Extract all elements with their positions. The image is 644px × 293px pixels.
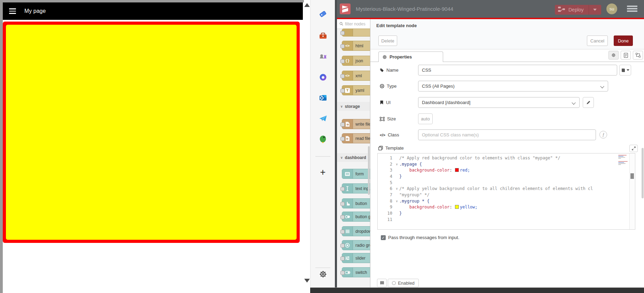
user-avatar[interactable]: su: [606, 3, 617, 14]
outlook-icon[interactable]: [318, 93, 328, 103]
edit-properties-button[interactable]: [608, 51, 619, 60]
code-line: 2∨.mypage {: [378, 161, 612, 167]
palette-node-html[interactable]: <>html: [342, 41, 370, 51]
deploy-options-caret[interactable]: [589, 5, 600, 15]
node-label: button: [355, 201, 367, 206]
menu-icon[interactable]: [9, 8, 16, 14]
fold-chevron-icon[interactable]: ∨: [394, 163, 399, 166]
settings-gear-icon[interactable]: [319, 270, 327, 280]
palette-node-radio group[interactable]: radio group: [342, 240, 370, 250]
cancel-button[interactable]: Cancel: [587, 35, 608, 46]
search-icon: [339, 22, 343, 26]
class-field-label: </> Class: [380, 129, 399, 140]
chevron-down-icon: ∨: [340, 105, 343, 108]
gear-icon: [382, 55, 387, 60]
library-button[interactable]: [377, 279, 387, 287]
ui-select-value: Dashboard [/dashboard]: [422, 100, 470, 105]
sidebar-divider: [315, 156, 330, 157]
code-line: 6∨/* Apply yellow background color to al…: [378, 185, 612, 192]
palette-node-partial[interactable]: [342, 29, 370, 37]
ui-select[interactable]: Dashboard [/dashboard]: [418, 97, 580, 108]
palette-node-read file[interactable]: read file: [342, 133, 370, 143]
delete-button[interactable]: Delete: [378, 35, 397, 46]
editor-scrollbar[interactable]: [629, 153, 635, 229]
appearance-button[interactable]: [633, 51, 643, 60]
copy-icon: [378, 146, 383, 150]
node-input-port: [340, 244, 345, 248]
node-input-port: [340, 215, 345, 219]
node-input-port: [340, 256, 345, 261]
class-picker-button[interactable]: ƒ: [599, 131, 607, 138]
fold-chevron-icon[interactable]: ∨: [394, 187, 399, 190]
edit-ui-button[interactable]: [583, 97, 594, 108]
scroll-down-arrow-icon[interactable]: [304, 279, 310, 283]
palette-node-text input[interactable]: text input: [342, 183, 370, 193]
palette-scrollbar[interactable]: [368, 146, 370, 195]
color-swatch: [455, 205, 459, 209]
node-label: xml: [355, 73, 362, 78]
palette-node-button group[interactable]: button group: [342, 212, 370, 222]
palette-section-storage[interactable]: ∨storage: [337, 102, 370, 111]
scroll-up-arrow-icon[interactable]: [304, 3, 310, 7]
tray-tabs: Properties: [370, 49, 644, 62]
code-line: 10}: [378, 210, 612, 216]
ui-field-label: UI: [380, 97, 391, 108]
node-label: button group: [355, 214, 370, 219]
node-input-port: [340, 230, 345, 234]
pass-through-row: ✓ Pass through messages from input.: [381, 235, 460, 240]
description-button[interactable]: [621, 51, 631, 60]
size-button[interactable]: auto: [418, 113, 433, 124]
palette-node-xml[interactable]: <>xml: [342, 71, 370, 81]
palette-node-form[interactable]: form: [342, 169, 370, 179]
palette-section-dashboard[interactable]: ∨dashboard: [337, 153, 370, 162]
telegram-icon[interactable]: [318, 113, 328, 123]
tray-title: Edit template node: [376, 19, 644, 32]
color-swatch: [455, 168, 459, 172]
palette-node-button[interactable]: button: [342, 198, 370, 208]
m365-icon[interactable]: [318, 72, 328, 82]
palette-node-switch[interactable]: switch: [342, 267, 370, 277]
node-input-port: [340, 202, 345, 206]
fold-chevron-icon[interactable]: ∨: [394, 199, 399, 203]
type-select[interactable]: CSS (All Pages): [418, 81, 608, 92]
add-icon[interactable]: +: [320, 168, 326, 177]
bottom-window-edge: [310, 287, 644, 293]
palette-node-write file[interactable]: write file: [342, 119, 370, 129]
tray-titlebar: Edit template node: [370, 19, 644, 33]
bookmark-icon: [380, 100, 384, 105]
toolbox-icon[interactable]: [318, 31, 328, 41]
palette-node-dropdown[interactable]: dropdown: [342, 226, 370, 236]
tag-icon[interactable]: [318, 9, 328, 19]
tab-properties[interactable]: Properties: [378, 52, 443, 62]
palette-node-slider[interactable]: slider: [342, 253, 370, 263]
expand-editor-button[interactable]: [629, 145, 638, 152]
chevron-down-icon: ∨: [340, 156, 343, 159]
done-button[interactable]: Done: [614, 35, 633, 46]
parrot-icon[interactable]: [318, 134, 328, 144]
code-line: 4}: [378, 173, 612, 180]
node-input-port: [340, 271, 345, 275]
palette-node-json[interactable]: {}json: [342, 56, 370, 66]
enabled-toggle-button[interactable]: Enabled: [388, 279, 419, 287]
pass-through-checkbox[interactable]: ✓: [381, 235, 386, 240]
chevron-down-icon: [572, 101, 575, 104]
deploy-button[interactable]: Deploy: [555, 5, 601, 15]
main-menu-icon[interactable]: [627, 6, 637, 12]
palette-node-yaml[interactable]: Yyaml: [342, 85, 370, 95]
editor-minimap[interactable]: [618, 153, 629, 229]
tag-icon: [380, 68, 384, 72]
pass-through-label: Pass through messages from input.: [388, 235, 460, 240]
chess-icon[interactable]: [318, 51, 328, 61]
tray-button-row: Delete Cancel Done: [370, 32, 644, 49]
node-red-header: Mysterious-Black-Winged-Pratincole-9044 …: [337, 0, 644, 19]
name-field-label: Name: [380, 65, 399, 76]
type-field-label: Type: [380, 81, 396, 92]
palette-search-input[interactable]: filter nodes: [337, 19, 370, 29]
dashboard-preview: My page: [0, 0, 304, 293]
class-input[interactable]: [418, 129, 596, 140]
name-input[interactable]: [418, 65, 617, 76]
node-input-port: [340, 74, 345, 78]
template-code-editor[interactable]: 1/* Apply red background color to elemen…: [377, 153, 635, 230]
tray-scrollbar[interactable]: [642, 148, 644, 198]
name-history-button[interactable]: [619, 65, 631, 76]
